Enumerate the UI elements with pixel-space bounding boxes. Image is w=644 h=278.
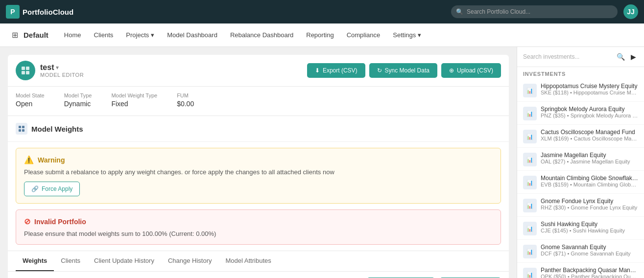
warning-box: ⚠️ Warning Please submit a rebalance to … — [16, 148, 501, 204]
svg-rect-1 — [26, 67, 29, 70]
sidebar-search-input[interactable] — [523, 53, 613, 60]
tab-weights[interactable]: Weights — [16, 251, 54, 271]
warning-icon: ⚠️ — [24, 155, 34, 164]
investment-sub: XLM ($169) • Cactus Oscilloscope Managed… — [541, 136, 638, 141]
export-csv-button[interactable]: ⬇ Export (CSV) — [307, 63, 365, 78]
tab-clients[interactable]: Clients — [54, 251, 87, 271]
list-item[interactable]: 📊 Mountain Climbing Globe Snowflake ... … — [517, 171, 644, 194]
sync-icon: ↻ — [377, 67, 382, 74]
investment-sub: EVB ($159) • Mountain Climbing Globe Sno… — [541, 182, 638, 187]
list-item[interactable]: 📊 Cactus Oscilloscope Managed Fund XLM (… — [517, 125, 644, 148]
main-layout: test ▾ MODEL EDITOR ⬇ Export (CSV) ↻ Syn… — [0, 47, 644, 278]
logo-icon: P — [6, 5, 20, 19]
investment-sub: SKE ($118) • Hippopotamus Cruise Mystery… — [541, 90, 638, 95]
model-icon — [16, 61, 35, 80]
upload-csv-button[interactable]: ⊕ Upload (CSV) — [441, 63, 501, 78]
investment-info: Cactus Oscilloscope Managed Fund XLM ($1… — [541, 129, 638, 141]
investment-sub: CJE ($145) • Sushi Hawking Equity — [541, 228, 638, 233]
investment-name: Jasmine Magellan Equity — [541, 152, 638, 159]
sync-model-data-button[interactable]: ↻ Sync Model Data — [369, 63, 437, 78]
invalid-icon: ⊘ — [24, 217, 30, 226]
investments-list: 📊 Hippopotamus Cruise Mystery Equity SKE… — [517, 79, 644, 278]
sidebar-expand-button[interactable]: ▶ — [629, 52, 638, 62]
investment-name: Springbok Melody Aurora Equity — [541, 106, 638, 113]
tab-change-history[interactable]: Change History — [161, 251, 219, 271]
investment-info: Mountain Climbing Globe Snowflake ... EV… — [541, 175, 638, 187]
list-item[interactable]: 📊 Gnome Fondue Lynx Equity RHZ ($30) • G… — [517, 194, 644, 217]
model-name-dropdown-icon[interactable]: ▾ — [56, 64, 59, 71]
main-nav: Home Clients Projects ▾ Model Dashboard … — [58, 28, 427, 42]
topbar: P PortfolioCloud 🔍 JJ — [0, 0, 644, 23]
content-area: test ▾ MODEL EDITOR ⬇ Export (CSV) ↻ Syn… — [0, 47, 517, 278]
model-title-text: test ▾ MODEL EDITOR — [40, 63, 84, 78]
model-actions: ⬇ Export (CSV) ↻ Sync Model Data ⊕ Uploa… — [307, 63, 501, 78]
investment-info: Sushi Hawking Equity CJE ($145) • Sushi … — [541, 221, 638, 233]
list-item[interactable]: 📊 Hippopotamus Cruise Mystery Equity SKE… — [517, 79, 644, 102]
nav-settings[interactable]: Settings ▾ — [387, 28, 427, 42]
grid-icon[interactable]: ⊞ — [8, 28, 22, 42]
investment-icon: 📊 — [523, 268, 537, 278]
investment-name: Hippopotamus Cruise Mystery Equity — [541, 83, 638, 90]
nav-model-dashboard[interactable]: Model Dashboard — [161, 28, 223, 42]
nav-compliance[interactable]: Compliance — [341, 28, 386, 42]
svg-rect-7 — [22, 129, 24, 132]
right-sidebar: 🔍 ▶ INVESTMENTS 📊 Hippopotamus Cruise My… — [517, 47, 644, 278]
list-item[interactable]: 📊 Sushi Hawking Equity CJE ($145) • Sush… — [517, 217, 644, 240]
list-item[interactable]: 📊 Jasmine Magellan Equity OAL ($27) • Ja… — [517, 148, 644, 171]
card-area: Model Weights ⚠️ Warning Please submit a… — [8, 116, 509, 278]
meta-weight-type: Model Weight Type Fixed — [111, 93, 157, 108]
meta-type: Model Type Dynamic — [64, 93, 92, 108]
nav-settings-arrow: ▾ — [418, 31, 421, 39]
sidebar-search-button[interactable]: 🔍 — [616, 52, 626, 62]
app-name: Default — [24, 31, 52, 39]
svg-rect-0 — [22, 67, 25, 70]
investment-info: Hippopotamus Cruise Mystery Equity SKE (… — [541, 83, 638, 95]
warning-text: Please submit a rebalance to apply any w… — [24, 168, 493, 176]
meta-state: Model State Open — [16, 93, 45, 108]
svg-rect-6 — [19, 129, 21, 132]
investment-name: Sushi Hawking Equity — [541, 221, 638, 228]
nav-rebalance-dashboard[interactable]: Rebalance Dashboard — [224, 28, 299, 42]
tab-client-update-history[interactable]: Client Update History — [87, 251, 161, 271]
nav-projects[interactable]: Projects ▾ — [120, 28, 160, 42]
invalid-portfolio-box: ⊘ Invalid Portfolio Please ensure that m… — [16, 209, 501, 245]
list-item[interactable]: 📊 Gnome Savannah Equity DCF ($71) • Gnom… — [517, 240, 644, 263]
force-apply-button[interactable]: 🔗 Force Apply — [24, 182, 80, 196]
nav-clients[interactable]: Clients — [88, 28, 119, 42]
bottom-action-bar: ✎ Change Weights + Add Investment — [8, 271, 509, 278]
investment-name: Gnome Fondue Lynx Equity — [541, 198, 638, 205]
avatar[interactable]: JJ — [623, 4, 638, 19]
meta-info: Model State Open Model Type Dynamic Mode… — [8, 87, 509, 116]
topbar-search-input[interactable] — [451, 5, 618, 18]
tabs-bar: Weights Clients Client Update History Ch… — [8, 251, 509, 271]
list-item[interactable]: 📊 Springbok Melody Aurora Equity PNZ ($3… — [517, 102, 644, 125]
nav-projects-arrow: ▾ — [151, 31, 154, 39]
invalid-text: Please ensure that model weights sum to … — [24, 230, 493, 237]
model-editor-title: test ▾ MODEL EDITOR — [16, 61, 84, 80]
investment-icon: 📊 — [523, 222, 537, 235]
investment-sub: PNZ ($35) • Springbok Melody Aurora Equi… — [541, 113, 638, 118]
investment-name: Gnome Savannah Equity — [541, 244, 638, 251]
secondary-nav: ⊞ Default Home Clients Projects ▾ Model … — [0, 23, 644, 47]
investment-sub: RHZ ($30) • Gnome Fondue Lynx Equity — [541, 205, 638, 210]
investment-name: Mountain Climbing Globe Snowflake ... — [541, 175, 638, 182]
investment-sub: OAL ($27) • Jasmine Magellan Equity — [541, 159, 638, 164]
investment-icon: 📊 — [523, 245, 537, 258]
force-icon: 🔗 — [31, 185, 39, 192]
meta-fum: FUM $0.00 — [177, 93, 194, 108]
investment-info: Panther Backpacking Quasar Manage... OPK… — [541, 267, 638, 278]
investment-info: Gnome Fondue Lynx Equity RHZ ($30) • Gno… — [541, 198, 638, 210]
model-name: test — [40, 63, 54, 72]
tab-model-attributes[interactable]: Model Attributes — [219, 251, 278, 271]
model-subtitle: MODEL EDITOR — [40, 72, 84, 78]
list-item[interactable]: 📊 Panther Backpacking Quasar Manage... O… — [517, 263, 644, 278]
warning-title: ⚠️ Warning — [24, 155, 493, 164]
investment-icon: 📊 — [523, 176, 537, 189]
investment-icon: 📊 — [523, 130, 537, 143]
topbar-search-container: 🔍 — [451, 5, 618, 18]
investment-name: Panther Backpacking Quasar Manage... — [541, 267, 638, 274]
sidebar-search-area: 🔍 ▶ — [517, 47, 644, 67]
investment-sub: DCF ($71) • Gnome Savannah Equity — [541, 251, 638, 256]
nav-reporting[interactable]: Reporting — [300, 28, 339, 42]
nav-home[interactable]: Home — [58, 28, 87, 42]
